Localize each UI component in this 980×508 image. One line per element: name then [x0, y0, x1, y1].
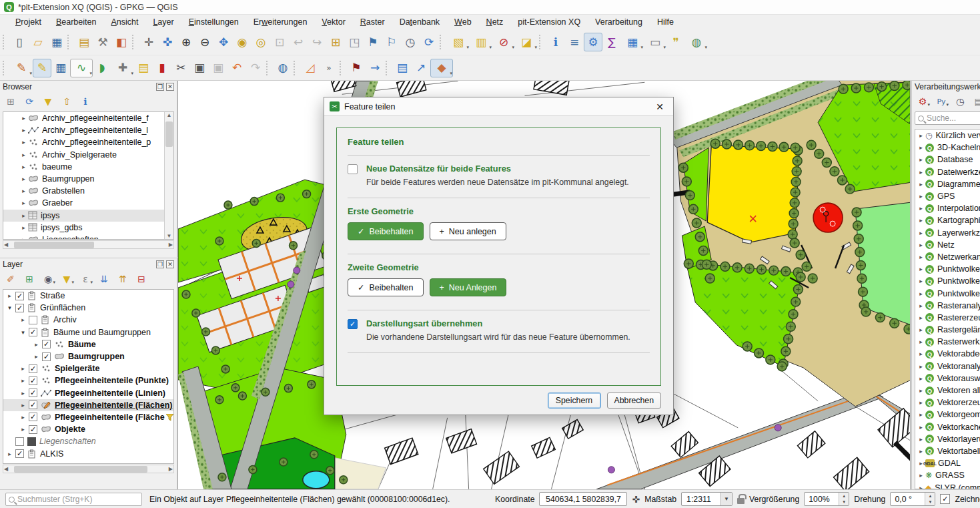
pit-move-feature-button[interactable]: ↗ [412, 59, 430, 77]
zoom-to-selection-button[interactable]: ◉ [233, 33, 252, 51]
expand-arrow-icon[interactable]: ▸ [917, 424, 925, 431]
expand-arrow-icon[interactable]: ▸ [917, 132, 925, 139]
browser-item[interactable]: ▸ipsys_gdbs [3, 222, 164, 234]
filter-browser-button[interactable]: ▼ [40, 94, 56, 109]
apply-style-checkbox[interactable]: ✓ [348, 319, 358, 329]
geometry-checker-button[interactable]: ◿ [301, 59, 320, 77]
layers-close-button[interactable]: ✕ [166, 260, 174, 268]
locator-search-input[interactable]: Suchmuster (Strg+K) [5, 493, 142, 506]
filter-legend-button[interactable]: ▼▾ [59, 272, 75, 286]
measure-button[interactable]: ▭▾ [644, 33, 666, 51]
browser-item[interactable]: ▸ipsys [3, 210, 164, 222]
refresh-map-button[interactable]: ⟳ [420, 33, 438, 51]
expand-arrow-icon[interactable]: ▸ [19, 188, 28, 194]
layer-item[interactable]: ▸✓Bäume [3, 338, 173, 350]
processing-options-button[interactable]: ⚙▾ [915, 94, 931, 109]
zoom-out-button[interactable]: ⊖ [195, 33, 214, 51]
browser-item[interactable]: ▸Archiv_pflegeeinheitenteile_p [3, 136, 164, 148]
processing-group-item[interactable]: ▸QGPS [915, 190, 980, 202]
expand-arrow-icon[interactable]: ▸ [917, 399, 925, 406]
layer-item[interactable]: ▸✓Objekte [3, 423, 173, 435]
browser-item[interactable]: ▸Baumgruppen [3, 173, 164, 185]
processing-history-button[interactable]: ◷ [952, 94, 968, 109]
copy-features-button[interactable]: ▣ [190, 59, 209, 77]
expand-arrow-icon[interactable]: ▸ [917, 302, 925, 309]
expand-arrow-icon[interactable]: ▸ [5, 292, 14, 299]
first-new-button[interactable]: +Neu anlegen [430, 222, 506, 240]
expand-arrow-icon[interactable]: ▸ [917, 217, 925, 224]
processing-toolbox-button[interactable]: ⚙ [584, 33, 602, 51]
expand-arrow-icon[interactable]: ▸ [917, 485, 925, 489]
properties-widget-button[interactable]: ℹ [77, 94, 93, 109]
processing-group-item[interactable]: ▸QVektoren allgemein [915, 385, 980, 397]
expand-arrow-icon[interactable]: ▸ [917, 242, 925, 248]
expand-arrow-icon[interactable]: ▸ [19, 390, 27, 397]
layer-item[interactable]: ▸✓ALKIS [3, 447, 173, 459]
expand-arrow-icon[interactable]: ▸ [917, 448, 925, 455]
select-by-location-button[interactable]: ◪▾ [515, 33, 538, 51]
processing-group-item[interactable]: ▸QLayerwerkzeuge [915, 227, 980, 239]
menu-einstellungen[interactable]: Einstellungen [181, 16, 246, 28]
browser-item[interactable]: ▸Archiv_pflegeeinheitenteile_l [3, 124, 164, 136]
layer-item[interactable]: ▸✓Straße [3, 290, 173, 302]
expand-arrow-icon[interactable]: ▸ [917, 230, 925, 236]
layers-hscrollbar[interactable]: ◀▶ [3, 465, 174, 473]
expand-arrow-icon[interactable]: ▸ [917, 144, 925, 151]
expand-arrow-icon[interactable]: ▸ [19, 164, 28, 170]
collapse-all-button[interactable]: ⇧ [59, 94, 75, 109]
expand-arrow-icon[interactable]: ▸ [32, 353, 41, 360]
modify-attributes-button[interactable]: ▤ [134, 59, 153, 77]
layer-visibility-checkbox[interactable]: ✓ [29, 401, 37, 409]
undo-button[interactable]: ↶ [227, 59, 246, 77]
expand-arrow-icon[interactable]: ▸ [5, 451, 14, 457]
menu-erweiterungen[interactable]: Erweiterungen [246, 16, 315, 28]
layer-item[interactable]: ▸✓Spielgeräte [3, 362, 173, 374]
expand-arrow-icon[interactable]: ▸ [917, 254, 925, 260]
menu-layer[interactable]: Layer [145, 16, 181, 28]
menu-bearbeiten[interactable]: Bearbeiten [49, 16, 103, 28]
add-selected-layers-button[interactable]: ⊞ [3, 94, 19, 109]
processing-group-item[interactable]: ▸QVektorerzeugung [915, 397, 980, 409]
expand-arrow-icon[interactable]: ▸ [917, 472, 925, 479]
new-project-button[interactable]: ▯ [10, 33, 29, 51]
scale-combobox[interactable]: 1:2311▼ [681, 492, 732, 506]
processing-group-item[interactable]: ▸◆SLYR (community) [915, 481, 980, 489]
dialog-close-button[interactable]: ✕ [652, 101, 668, 112]
processing-group-item[interactable]: ▸QVektorabdeckung [915, 348, 980, 360]
add-group-button[interactable]: ⊞ [21, 272, 37, 286]
layer-item[interactable]: ▸Archiv [3, 314, 173, 326]
expand-arrow-icon[interactable]: ▸ [19, 224, 28, 231]
pit-select-tool-button[interactable]: ⚑ [347, 59, 366, 77]
expand-arrow-icon[interactable]: ▸ [917, 326, 925, 333]
new-print-layout-button[interactable]: ▤ [75, 33, 93, 51]
zoom-full-button[interactable]: ✥ [214, 33, 233, 51]
processing-group-item[interactable]: ▸QVektorgeometrie [915, 409, 980, 421]
menu-hilfe[interactable]: Hilfe [650, 16, 681, 28]
layer-item[interactable]: ▾✓Bäume und Baumgruppen [3, 326, 173, 338]
expand-arrow-icon[interactable]: ▸ [917, 169, 925, 176]
refresh-browser-button[interactable]: ⟳ [21, 94, 37, 109]
processing-group-item[interactable]: ▸Q3D-Kacheln [915, 142, 980, 154]
expand-arrow-icon[interactable]: ▸ [917, 266, 925, 272]
processing-group-item[interactable]: ▸QPunktwolkenanalyse [915, 263, 980, 275]
layer-visibility-checkbox[interactable]: ✓ [29, 328, 37, 336]
rotation-spinbox[interactable]: 0,0 °▲▼ [890, 492, 935, 506]
processing-group-item[interactable]: ▸QDatabase [915, 154, 980, 166]
processing-group-item[interactable]: ▸QVektorkacheln [915, 421, 980, 433]
expand-arrow-icon[interactable]: ▾ [5, 304, 14, 311]
expand-arrow-icon[interactable]: ▸ [19, 212, 28, 219]
lock-scale-icon[interactable] [737, 498, 745, 504]
expand-arrow-icon[interactable]: ▸ [917, 350, 925, 357]
toolbar-overflow-button[interactable]: » [320, 59, 338, 77]
vertex-tool-button[interactable]: ✚▾ [111, 59, 134, 77]
processing-group-item[interactable]: ▸QRastergeländeanalyse [915, 324, 980, 336]
browser-vscrollbar[interactable]: ▲▼ [164, 112, 173, 239]
processing-group-item[interactable]: ▸QDateiwerkzeuge [915, 166, 980, 178]
results-viewer-button[interactable]: ▤ [971, 94, 980, 109]
processing-group-item[interactable]: ▸QPunktwolkendatenverwaltung [915, 275, 980, 287]
cancel-button[interactable]: Abbrechen [607, 393, 661, 409]
second-new-button[interactable]: +Neu Anlegen [430, 278, 507, 296]
processing-group-item[interactable]: ▸QKartographie [915, 214, 980, 226]
expand-arrow-icon[interactable]: ▸ [19, 316, 27, 323]
expand-arrow-icon[interactable]: ▸ [917, 205, 925, 212]
